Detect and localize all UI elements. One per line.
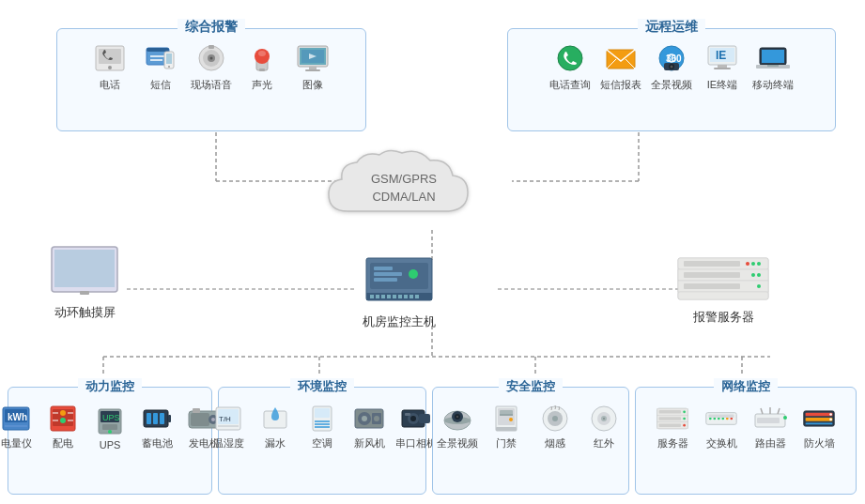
network-section: 网络监控 服务器 <box>635 387 857 495</box>
power-ups: UPS UPS <box>89 407 131 451</box>
svg-rect-73 <box>374 272 402 276</box>
svg-rect-80 <box>678 292 768 299</box>
env-monitor-title: 环境监控 <box>290 378 354 395</box>
svg-point-159 <box>683 410 686 413</box>
svg-rect-164 <box>659 423 681 427</box>
env-temp: T/H 温湿度 <box>208 405 249 451</box>
svg-rect-87 <box>684 261 740 267</box>
svg-text:kWh: kWh <box>8 412 27 422</box>
svg-rect-35 <box>305 69 320 71</box>
svg-point-85 <box>751 273 755 277</box>
power-elec: kWh 电量仪 <box>0 405 37 451</box>
svg-point-177 <box>783 416 787 420</box>
svg-rect-88 <box>684 272 740 278</box>
svg-text:IE: IE <box>716 49 726 62</box>
svg-point-22 <box>168 66 170 68</box>
svg-rect-21 <box>166 53 172 64</box>
remote-laptop: 移动终端 <box>752 42 794 92</box>
svg-rect-63 <box>376 295 379 298</box>
env-fan: 新风机 <box>348 405 390 451</box>
security-section-title: 安全监控 <box>499 378 563 395</box>
svg-line-174 <box>761 408 763 414</box>
svg-rect-67 <box>398 295 402 298</box>
host-wrap: 机房监控主机 <box>357 253 441 330</box>
svg-rect-68 <box>404 295 408 298</box>
svg-rect-135 <box>419 414 430 423</box>
svg-rect-72 <box>374 267 393 270</box>
svg-rect-74 <box>374 278 397 282</box>
svg-rect-59 <box>80 291 89 295</box>
alarm-server-label: 报警服务器 <box>693 309 754 326</box>
host-label: 机房监控主机 <box>363 313 436 330</box>
svg-rect-108 <box>168 415 171 422</box>
svg-rect-136 <box>405 413 410 416</box>
svg-point-134 <box>410 416 416 421</box>
cloud-network: GSM/GPRS CDMA/LAN <box>310 145 498 230</box>
remote-mail: 短信报表 <box>600 42 641 92</box>
svg-rect-116 <box>193 408 200 413</box>
remote-section-title: 远程运维 <box>638 19 705 36</box>
svg-point-150 <box>552 416 558 421</box>
svg-point-81 <box>757 262 761 266</box>
svg-rect-54 <box>762 50 784 63</box>
svg-point-97 <box>60 418 66 423</box>
svg-point-145 <box>509 418 513 421</box>
svg-point-86 <box>757 284 761 288</box>
security-door: 门禁 <box>486 405 527 451</box>
svg-point-15 <box>108 66 112 69</box>
svg-rect-62 <box>370 295 374 298</box>
svg-rect-64 <box>381 295 385 298</box>
touch-screen-wrap: 动环触摸屏 <box>47 242 122 321</box>
svg-point-38 <box>558 46 582 70</box>
alarm-section: 综合报警 电话 <box>56 28 366 131</box>
svg-rect-14 <box>99 49 121 64</box>
svg-point-47 <box>671 66 673 69</box>
power-battery: 蓄电池 <box>136 405 178 451</box>
svg-rect-65 <box>387 295 391 298</box>
remote-section: 远程运维 电话查询 短信报表 <box>507 28 836 131</box>
network-switch: 交换机 <box>701 405 742 451</box>
svg-rect-163 <box>659 417 681 420</box>
power-distribution: 配电 <box>42 405 84 451</box>
svg-rect-180 <box>806 413 833 417</box>
security-smoke: 烟感 <box>534 405 576 451</box>
network-firewall: 防火墙 <box>798 405 840 451</box>
svg-rect-181 <box>806 418 833 421</box>
svg-rect-182 <box>806 423 833 425</box>
svg-point-184 <box>829 419 832 421</box>
cloud-text: GSM/GPRS CDMA/LAN <box>371 170 437 206</box>
svg-point-183 <box>829 413 832 416</box>
svg-rect-105 <box>102 424 117 430</box>
network-server: 服务器 <box>652 405 693 451</box>
alarm-section-title: 综合报警 <box>178 19 245 36</box>
svg-rect-172 <box>709 415 734 419</box>
remote-phone: 电话查询 <box>549 42 591 92</box>
svg-point-26 <box>210 57 213 60</box>
svg-rect-56 <box>767 65 779 67</box>
svg-rect-52 <box>714 68 731 69</box>
svg-rect-162 <box>659 410 681 414</box>
svg-rect-146 <box>496 427 517 431</box>
svg-point-82 <box>751 262 755 266</box>
svg-rect-17 <box>147 48 169 52</box>
network-router: 路由器 <box>749 405 791 451</box>
env-monitor-section: 环境监控 T/H 温湿度 漏水 <box>218 387 426 495</box>
alarm-monitor: 图像 <box>292 42 333 92</box>
svg-point-84 <box>757 273 761 277</box>
security-domecam: 全景视频 <box>437 405 478 451</box>
env-water: 漏水 <box>255 405 296 451</box>
power-monitor-section: 动力监控 kWh 电量仪 <box>8 387 212 495</box>
svg-rect-70 <box>415 295 419 298</box>
svg-point-96 <box>60 410 66 416</box>
alarm-icon-row: 电话 短信 <box>57 29 365 99</box>
svg-point-83 <box>746 262 749 266</box>
svg-rect-123 <box>315 408 330 418</box>
svg-rect-66 <box>393 295 396 298</box>
svg-rect-27 <box>209 45 214 49</box>
alarm-speaker: 现场语音 <box>191 42 232 92</box>
svg-rect-111 <box>160 413 164 424</box>
svg-rect-51 <box>718 65 727 68</box>
svg-rect-109 <box>147 413 151 424</box>
svg-rect-113 <box>191 413 209 426</box>
svg-rect-110 <box>153 413 158 424</box>
